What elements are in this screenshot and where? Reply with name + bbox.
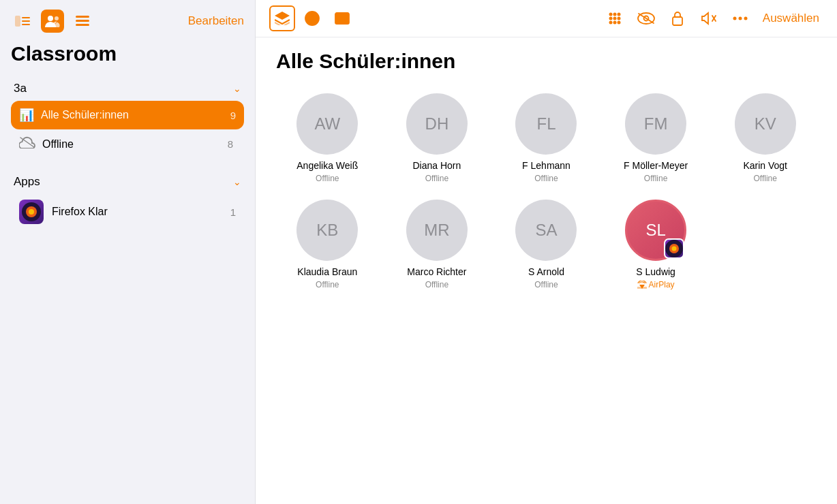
section-3a-label: 3a <box>14 82 27 95</box>
svg-point-35 <box>672 247 677 251</box>
svg-rect-27 <box>673 17 682 25</box>
app-name-label: Firefox Klar <box>52 206 222 218</box>
avatar: FL <box>515 93 577 155</box>
avatar-initials: DH <box>425 114 449 133</box>
inbox-icon[interactable] <box>329 5 355 31</box>
page-title: Alle Schüler:innen <box>256 37 837 80</box>
student-card[interactable]: AWAngelika WeißOffline <box>276 93 379 183</box>
student-status: Offline <box>644 174 667 183</box>
chevron-down-icon: ⌄ <box>233 83 241 94</box>
student-card[interactable]: SAS ArnoldOffline <box>495 200 598 289</box>
app-item-firefox[interactable]: Firefox Klar 1 <box>11 194 244 230</box>
avatar: SL <box>625 200 686 261</box>
section-3a-header[interactable]: 3a ⌄ <box>11 75 244 101</box>
bar-chart-icon: 📊 <box>19 108 34 123</box>
svg-point-30 <box>733 17 736 20</box>
student-card[interactable]: FLF LehmannOffline <box>495 93 598 183</box>
offline-cloud-icon <box>19 136 35 152</box>
svg-rect-3 <box>22 24 30 25</box>
app-badge-icon <box>664 238 684 259</box>
apps-grid-icon[interactable] <box>602 5 628 31</box>
svg-rect-7 <box>76 20 89 22</box>
all-students-label: Alle Schüler:innen <box>41 109 224 121</box>
svg-line-26 <box>639 14 654 23</box>
sidebar-item-offline[interactable]: Offline 8 <box>11 129 244 159</box>
svg-point-12 <box>29 209 34 215</box>
student-card[interactable]: DHDiana HornOffline <box>386 93 489 183</box>
lock-icon[interactable] <box>665 5 690 31</box>
svg-point-20 <box>617 17 620 20</box>
svg-point-32 <box>744 17 747 20</box>
svg-point-17 <box>617 13 620 16</box>
list-icon[interactable] <box>71 10 94 33</box>
offline-label: Offline <box>42 138 221 151</box>
student-status: Offline <box>534 280 558 289</box>
student-status: AirPlay <box>637 280 675 289</box>
student-name: F Lehmann <box>522 160 570 171</box>
student-status: Offline <box>753 174 776 183</box>
svg-rect-8 <box>76 24 89 26</box>
avatar: SA <box>515 200 577 261</box>
student-card[interactable]: SL S Ludwig AirPlay <box>605 200 707 289</box>
student-card[interactable]: FMF Möller-MeyerOffline <box>605 93 707 183</box>
avatar-initials: KB <box>316 221 338 240</box>
students-grid: AWAngelika WeißOfflineDHDiana HornOfflin… <box>256 80 837 303</box>
student-card[interactable]: MRMarco RichterOffline <box>386 200 489 289</box>
avatar: FM <box>625 93 686 155</box>
more-icon[interactable] <box>727 5 753 31</box>
student-name: Klaudia Braun <box>297 266 357 277</box>
svg-point-22 <box>613 21 616 25</box>
student-status: Offline <box>425 174 448 183</box>
student-status: Offline <box>316 174 339 183</box>
avatar: MR <box>406 200 468 261</box>
sidebar: Bearbeiten Classroom 3a ⌄ 📊 Alle Schüler… <box>0 0 256 504</box>
avatar-initials: SL <box>645 221 665 240</box>
avatar: AW <box>296 93 358 155</box>
student-status: Offline <box>425 280 448 289</box>
sidebar-item-all-students[interactable]: 📊 Alle Schüler:innen 9 <box>11 101 244 129</box>
auswahlen-button[interactable]: Auswählen <box>759 9 823 28</box>
people-icon[interactable] <box>41 10 64 33</box>
student-name: S Ludwig <box>636 266 675 277</box>
svg-point-4 <box>48 16 53 21</box>
app-count: 1 <box>230 206 236 218</box>
svg-rect-0 <box>15 16 20 27</box>
svg-point-31 <box>738 17 742 20</box>
compass-icon[interactable] <box>299 5 325 31</box>
firefox-klar-icon <box>19 200 44 224</box>
student-name: Angelika Weiß <box>296 160 358 171</box>
student-name: Diana Horn <box>412 160 461 171</box>
student-card[interactable]: KBKlaudia BraunOffline <box>276 200 379 289</box>
avatar-initials: FL <box>536 114 556 133</box>
svg-rect-6 <box>76 16 89 18</box>
sidebar-section-apps: Apps ⌄ Firefox Klar 1 <box>0 168 255 230</box>
apps-chevron-icon: ⌄ <box>233 176 241 187</box>
student-card[interactable]: KVKarin VogtOffline <box>714 93 817 183</box>
bearbeiten-button[interactable]: Bearbeiten <box>188 14 244 28</box>
svg-rect-2 <box>22 20 30 22</box>
mute-icon[interactable] <box>696 5 722 31</box>
apps-label: Apps <box>14 175 40 189</box>
hide-icon[interactable] <box>633 5 659 31</box>
svg-point-23 <box>617 21 620 25</box>
layers-icon[interactable] <box>269 5 295 31</box>
avatar: KB <box>296 200 358 261</box>
all-students-count: 9 <box>230 110 236 121</box>
avatar-initials: FM <box>644 114 668 133</box>
avatar-initials: KV <box>755 114 776 133</box>
toolbar: Auswählen <box>256 0 837 37</box>
student-name: F Möller-Meyer <box>624 160 688 171</box>
student-status: Offline <box>316 280 339 289</box>
offline-count: 8 <box>228 138 236 150</box>
avatar-initials: MR <box>424 221 449 240</box>
sidebar-title: Classroom <box>0 40 255 75</box>
sidebar-section-3a: 3a ⌄ 📊 Alle Schüler:innen 9 Offline 8 <box>0 75 255 159</box>
svg-point-21 <box>609 21 612 25</box>
student-status: Offline <box>534 174 558 183</box>
section-apps-header[interactable]: Apps ⌄ <box>11 168 244 194</box>
avatar-initials: AW <box>314 114 340 133</box>
student-name: Karin Vogt <box>743 160 787 171</box>
sidebar-toggle-icon[interactable] <box>11 10 34 33</box>
avatar: DH <box>406 93 468 155</box>
toolbar-right: Auswählen <box>602 5 823 31</box>
